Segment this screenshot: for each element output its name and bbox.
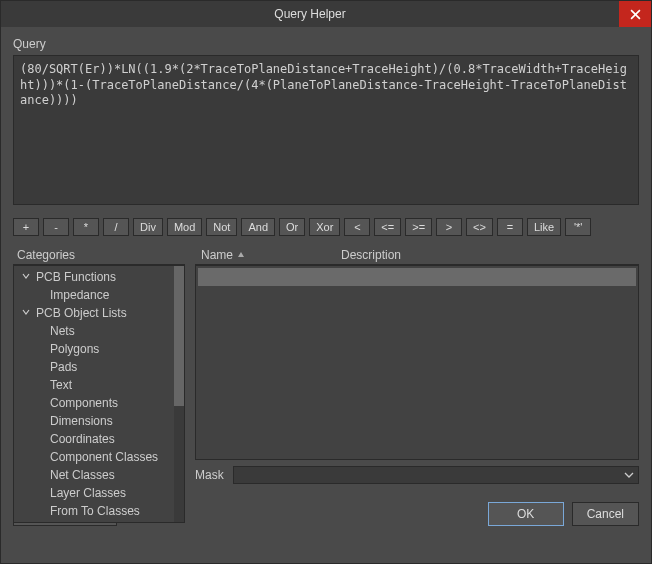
column-description[interactable]: Description <box>335 246 639 264</box>
op-button-xor[interactable]: Xor <box>309 218 340 236</box>
op-button-[interactable]: >= <box>405 218 432 236</box>
op-button-[interactable]: '*' <box>565 218 591 236</box>
scroll-thumb[interactable] <box>174 266 184 406</box>
sort-asc-icon <box>237 251 245 259</box>
list-row[interactable] <box>198 268 636 286</box>
tree-item[interactable]: Nets <box>14 322 174 340</box>
op-button-[interactable]: / <box>103 218 129 236</box>
close-icon <box>630 9 641 20</box>
tree-group[interactable]: PCB Object Lists <box>14 304 174 322</box>
expand-icon <box>22 308 32 318</box>
ok-button[interactable]: OK <box>488 502 564 526</box>
window-title: Query Helper <box>1 7 619 21</box>
query-input[interactable] <box>13 55 639 205</box>
op-button-div[interactable]: Div <box>133 218 163 236</box>
op-button-[interactable]: - <box>43 218 69 236</box>
tree-group-label: PCB Functions <box>36 270 116 284</box>
tree-item[interactable]: Component Classes <box>14 448 174 466</box>
column-name-label: Name <box>201 248 233 262</box>
tree-item[interactable]: Components <box>14 394 174 412</box>
tree-item[interactable]: Net Classes <box>14 466 174 484</box>
categories-tree[interactable]: PCB FunctionsImpedancePCB Object ListsNe… <box>13 265 185 523</box>
tree-item[interactable]: Impedance <box>14 286 174 304</box>
tree-item[interactable]: Text <box>14 376 174 394</box>
tree-scrollbar[interactable] <box>174 266 184 522</box>
titlebar: Query Helper <box>1 1 651 27</box>
cancel-button[interactable]: Cancel <box>572 502 639 526</box>
column-name[interactable]: Name <box>195 246 335 264</box>
op-button-not[interactable]: Not <box>206 218 237 236</box>
op-button-[interactable]: < <box>344 218 370 236</box>
expand-icon <box>22 272 32 282</box>
tree-item[interactable]: Layer Classes <box>14 484 174 502</box>
op-button-[interactable]: + <box>13 218 39 236</box>
categories-label: Categories <box>13 246 185 265</box>
tree-item[interactable]: Coordinates <box>14 430 174 448</box>
op-button-[interactable]: = <box>497 218 523 236</box>
tree-item[interactable]: Pads <box>14 358 174 376</box>
op-button-mod[interactable]: Mod <box>167 218 202 236</box>
tree-item[interactable]: From To Classes <box>14 502 174 520</box>
op-button-and[interactable]: And <box>241 218 275 236</box>
op-button-[interactable]: <> <box>466 218 493 236</box>
op-button-[interactable]: > <box>436 218 462 236</box>
tree-item[interactable]: Dimensions <box>14 412 174 430</box>
query-label: Query <box>13 37 639 51</box>
op-button-[interactable]: * <box>73 218 99 236</box>
tree-group-label: PCB Object Lists <box>36 306 127 320</box>
tree-item[interactable]: Polygons <box>14 340 174 358</box>
operator-toolbar: +-*/DivModNotAndOrXor<<=>=><>=Like'*' <box>13 218 639 236</box>
close-button[interactable] <box>619 1 651 27</box>
op-button-like[interactable]: Like <box>527 218 561 236</box>
op-button-[interactable]: <= <box>374 218 401 236</box>
mask-label: Mask <box>195 468 225 482</box>
op-button-or[interactable]: Or <box>279 218 305 236</box>
list-header: Name Description <box>195 246 639 265</box>
tree-group[interactable]: PCB Functions <box>14 268 174 286</box>
column-desc-label: Description <box>341 248 401 262</box>
results-list[interactable] <box>195 265 639 460</box>
dropdown-icon <box>624 472 634 478</box>
mask-input[interactable] <box>233 466 639 484</box>
